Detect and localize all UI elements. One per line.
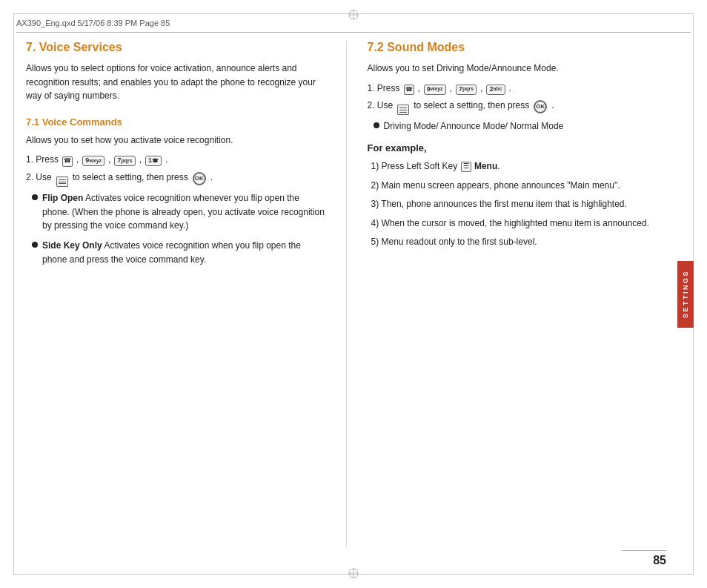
menu-icon-substep: ☰ — [461, 162, 471, 172]
substep-3: 3) Then, phone announces the first menu … — [368, 197, 667, 211]
section-7-intro: Allows you to select options for voice a… — [26, 62, 325, 103]
substep-1: 1) Press Left Soft Key ☰ Menu. — [368, 159, 667, 174]
header-file-info: AX390_Eng.qxd 5/17/06 8:39 PM Page 85 — [16, 19, 170, 27]
two-key-icon-r: 2abc — [486, 85, 505, 95]
section-7-heading: 7. Voice Services — [26, 41, 325, 54]
bullet-side-key-text: Side Key Only Activates voice recognitio… — [42, 239, 325, 266]
crosshair-top — [348, 9, 359, 21]
step2-left: 2. Use to select a setting, then press O… — [26, 171, 325, 187]
bullet-dot-1 — [32, 194, 38, 200]
step1-left: 1. Press ☎, 9wxyz, 7pqrs, 1☎. — [26, 153, 325, 167]
substep-1-text-prefix: Press Left Soft Key — [382, 161, 460, 171]
nine-key-icon-r: 9wxyz — [424, 85, 446, 95]
bullet-dot-r1 — [374, 122, 379, 128]
ok-icon-left: OK — [193, 172, 206, 185]
bullet-driving-mode-text: Driving Mode/ Announce Mode/ Normal Mode — [384, 119, 564, 133]
substep-1-text-bold: Menu — [474, 161, 497, 171]
step2-left-suffix: to select a setting, then press — [73, 171, 188, 185]
subsection-71-intro: Allows you to set how you activate voice… — [26, 133, 325, 148]
crosshair-bottom — [348, 567, 359, 579]
step2-left-prefix: 2. Use — [26, 171, 52, 185]
bullet-list-right: Driving Mode/ Announce Mode/ Normal Mode — [374, 119, 667, 133]
section-72-intro: Allows you to set Driving Mode/Announce … — [368, 62, 667, 76]
substep-1-num: 1) — [371, 161, 379, 171]
section-72-heading: 7.2 Sound Modes — [368, 41, 667, 54]
subsection-71-heading: 7.1 Voice Commands — [26, 116, 325, 128]
phone-key-icon: ☎ — [62, 156, 73, 167]
settings-tab: SETTINGS — [677, 261, 694, 328]
for-example-heading: For example, — [368, 142, 667, 153]
bullet-flip-open: Flip Open Activates voice recognition wh… — [32, 191, 325, 233]
right-column: 7.2 Sound Modes Allows you to set Drivin… — [347, 41, 667, 547]
page-number: 85 — [653, 554, 666, 567]
substep-4-text: When the cursor is moved, the highlighte… — [382, 218, 650, 228]
bullet-list-left: Flip Open Activates voice recognition wh… — [32, 191, 325, 266]
left-column: 7. Voice Services Allows you to select o… — [26, 41, 347, 547]
substep-2-text: Main menu screen appears, phone announce… — [382, 180, 620, 191]
bullet-driving-mode: Driving Mode/ Announce Mode/ Normal Mode — [374, 119, 667, 133]
menu-icon-left — [56, 176, 68, 187]
substep-4: 4) When the cursor is moved, the highlig… — [368, 217, 667, 231]
nine-key-icon: 9wxyz — [82, 156, 104, 166]
substep-3-num: 3) — [371, 199, 379, 209]
step1-right-prefix: 1. Press — [368, 82, 400, 96]
seven-key-icon: 7pqrs — [114, 156, 135, 166]
substep-5: 5) Menu readout only to the first sub-le… — [368, 235, 667, 249]
substep-3-text: Then, phone announces the first menu ite… — [381, 199, 627, 209]
step2-right-prefix: 2. Use — [368, 99, 394, 113]
phone-key-icon-r: ☎ — [404, 85, 414, 95]
content-area: 7. Voice Services Allows you to select o… — [26, 41, 666, 547]
footer-rule — [622, 550, 666, 551]
bullet-dot-2 — [32, 242, 38, 248]
bullet-flip-open-text: Flip Open Activates voice recognition wh… — [42, 191, 325, 233]
substep-5-text: Menu readout only to the first sub-level… — [382, 237, 537, 247]
step1-left-prefix: 1. Press — [26, 153, 59, 167]
ok-icon-right: OK — [534, 100, 547, 113]
seven-key-icon-r: 7pqrs — [456, 85, 477, 95]
substep-2: 2) Main menu screen appears, phone annou… — [368, 179, 667, 193]
substep-5-num: 5) — [371, 237, 379, 247]
one-key-icon: 1☎ — [145, 156, 162, 166]
menu-icon-right — [397, 105, 409, 115]
substep-2-num: 2) — [371, 180, 379, 191]
substep-4-num: 4) — [371, 218, 379, 228]
step1-right: 1. Press ☎, 9wxyz, 7pqrs, 2abc. — [368, 82, 667, 96]
bullet-side-key: Side Key Only Activates voice recognitio… — [32, 239, 325, 266]
step2-right: 2. Use to select a setting, then press O… — [368, 99, 667, 115]
step2-right-suffix: to select a setting, then press — [414, 99, 529, 113]
substeps-list: 1) Press Left Soft Key ☰ Menu. 2) Main m… — [368, 159, 667, 249]
